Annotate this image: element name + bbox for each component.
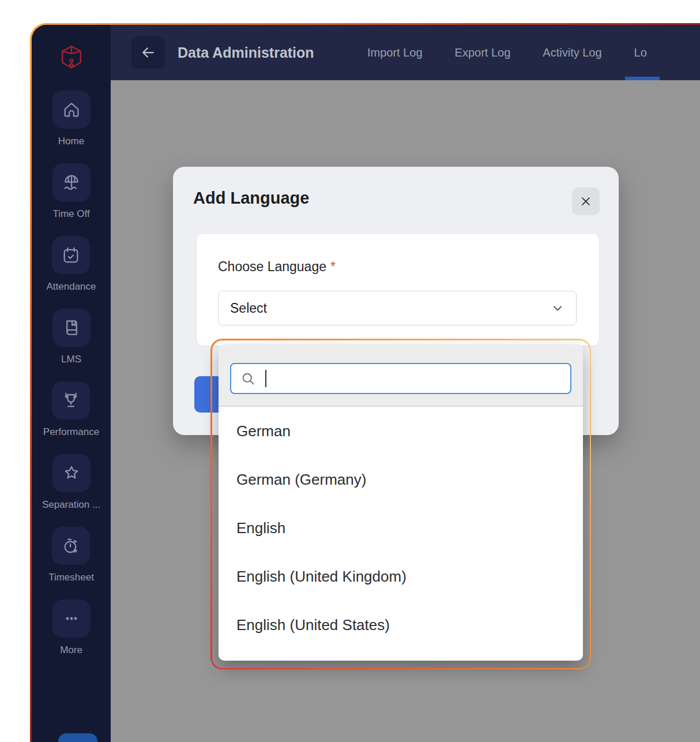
sidebar-item-label: Time Off (52, 208, 89, 220)
choose-language-label: Choose Language* (218, 259, 336, 275)
sidebar-bottom-pill[interactable] (58, 733, 97, 742)
sidebar-item-more[interactable]: More (52, 599, 91, 656)
tab-active-clipped[interactable]: Lo (634, 25, 647, 80)
modal-title: Add Language (193, 189, 309, 208)
required-marker: * (330, 259, 336, 274)
option-german-germany[interactable]: German (Germany) (219, 455, 583, 504)
dropdown-search-strip (219, 344, 583, 407)
sidebar-item-performance[interactable]: Performance (43, 381, 99, 438)
tab-bar: Import Log Export Log Activity Log Lo (367, 25, 647, 80)
sidebar-nav: Home Time Off (42, 91, 100, 672)
top-navbar: Data Administration Import Log Export Lo… (111, 25, 700, 80)
chevron-down-icon (551, 301, 564, 315)
option-english[interactable]: English (219, 504, 583, 552)
home-icon (52, 91, 91, 129)
trophy-icon (52, 381, 90, 419)
stopwatch-icon (52, 527, 90, 565)
content-backdrop: Add Language Choose Language* (111, 80, 700, 742)
language-select[interactable]: Select (218, 291, 577, 325)
star-icon (52, 454, 91, 492)
sidebar-item-label: Performance (43, 426, 99, 438)
page-title: Data Administration (178, 44, 314, 61)
book-icon (52, 309, 91, 347)
sidebar-item-time-off[interactable]: Time Off (52, 163, 91, 220)
sidebar-item-label: Attendance (46, 281, 96, 293)
back-arrow-icon (140, 44, 157, 61)
dropdown-search-box[interactable] (230, 363, 571, 394)
dropdown-panel: German German (Germany) English English … (219, 344, 583, 661)
modal-close-button[interactable] (572, 188, 600, 215)
tab-export-log[interactable]: Export Log (455, 25, 511, 80)
dropdown-options: German German (Germany) English English … (219, 407, 583, 649)
ellipsis-icon (52, 599, 91, 638)
calendar-check-icon (52, 236, 90, 274)
sidebar-item-label: More (60, 644, 82, 656)
back-button[interactable] (131, 36, 165, 69)
tab-activity-log[interactable]: Activity Log (543, 25, 601, 80)
beach-umbrella-icon (52, 163, 91, 201)
main-area: Data Administration Import Log Export Lo… (111, 25, 700, 742)
cube-logo-icon[interactable] (56, 41, 87, 73)
sidebar-item-separation[interactable]: Separation ... (42, 454, 100, 511)
sidebar-item-label: Home (58, 136, 84, 147)
sidebar-item-label: Timesheet (48, 572, 94, 583)
sidebar-item-label: LMS (61, 354, 81, 365)
option-german[interactable]: German (219, 407, 583, 455)
form-card: Choose Language* Select (196, 233, 600, 346)
language-dropdown: German German (Germany) English English … (210, 339, 591, 669)
sidebar-item-lms[interactable]: LMS (52, 309, 91, 365)
sidebar: Home Time Off (32, 25, 111, 742)
sidebar-item-timesheet[interactable]: Timesheet (48, 527, 94, 583)
tab-import-log[interactable]: Import Log (367, 25, 423, 80)
select-value: Select (230, 301, 551, 316)
option-english-uk[interactable]: English (United Kingdom) (219, 552, 583, 601)
app-frame: Home Time Off (30, 23, 700, 742)
language-search-input[interactable] (269, 371, 561, 387)
sidebar-item-home[interactable]: Home (52, 91, 91, 147)
sidebar-item-attendance[interactable]: Attendance (46, 236, 96, 293)
text-cursor (265, 370, 266, 387)
close-icon (579, 195, 592, 208)
app-window: Home Time Off (32, 25, 700, 742)
sidebar-item-label: Separation ... (42, 499, 100, 511)
option-english-us[interactable]: English (United States) (219, 601, 583, 649)
search-icon (240, 371, 256, 387)
